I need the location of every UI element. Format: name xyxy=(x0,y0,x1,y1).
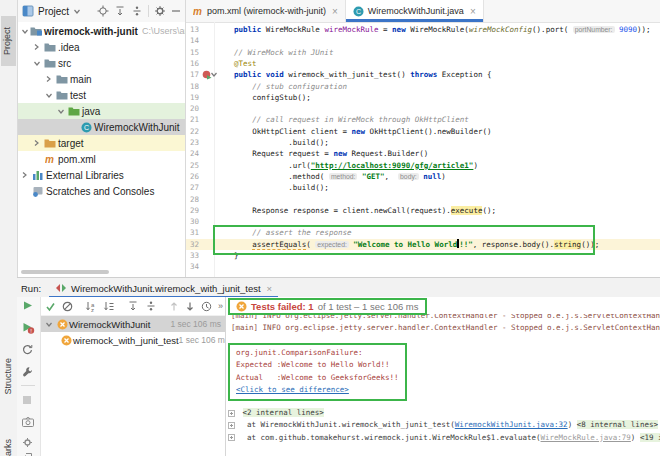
code-text: .build(); xyxy=(216,182,329,193)
test-console[interactable]: Tests failed: 1 of 1 test – 1 sec 106 ms… xyxy=(225,297,660,456)
tree-item-idea[interactable]: .idea xyxy=(18,39,185,55)
test-tree-item-wiremock-with-junit-test[interactable]: wiremock_with_junit_test1 sec 106 ms xyxy=(41,332,225,348)
fail-icon xyxy=(55,319,69,330)
tool-window-button-project[interactable]: Project xyxy=(1,16,16,66)
chevron-right-icon[interactable] xyxy=(45,74,55,85)
collapse-all-icon[interactable] xyxy=(145,300,157,312)
code-line-33: 33 } xyxy=(186,250,660,261)
maven-icon: m xyxy=(193,6,203,16)
stack-trace-line: <2 internal lines> xyxy=(228,407,660,419)
more-icon[interactable]: » xyxy=(218,301,225,311)
tree-item-main[interactable]: main xyxy=(18,71,185,87)
foldbox-icon[interactable] xyxy=(228,410,235,417)
tree-item-label: wiremock-with-junit xyxy=(44,26,138,37)
stack-frame-link[interactable]: WireMockRule.java:79 xyxy=(541,433,631,442)
tool-window-button-structure[interactable]: Structure xyxy=(2,358,15,395)
tree-item-scratches-and-consoles[interactable]: Scratches and Consoles xyxy=(18,183,185,199)
auto-test-icon[interactable] xyxy=(22,344,33,355)
stack-frame-link[interactable]: WiremockWithJunit.java:32 xyxy=(455,420,568,429)
close-icon[interactable]: × xyxy=(470,6,476,17)
tree-item-label: src xyxy=(58,58,71,69)
sort-time-icon[interactable] xyxy=(103,301,115,312)
foldbox-icon[interactable] xyxy=(228,434,235,441)
tree-item-target[interactable]: target xyxy=(18,135,185,151)
expand-all-icon[interactable] xyxy=(127,300,139,312)
annotation-green-box-status: Tests failed: 1 of 1 test – 1 sec 106 ms xyxy=(228,298,427,315)
tree-item-wiremockwithjunit[interactable]: CWiremockWithJunit xyxy=(18,119,185,135)
editor-tab-pom-xml-wiremock-with-junit[interactable]: mpom.xml (wiremock-with-junit)× xyxy=(186,0,346,22)
line-number: 15 xyxy=(186,47,199,58)
rerun-failed-icon[interactable]: ! xyxy=(22,322,35,334)
wrench-icon[interactable] xyxy=(22,366,33,377)
chevron-right-icon[interactable] xyxy=(21,170,31,181)
tree-item-src[interactable]: src xyxy=(18,55,185,71)
rerun-icon[interactable] xyxy=(22,300,33,311)
svg-text:C: C xyxy=(356,8,361,15)
tree-item-pom-xml[interactable]: mpom.xml xyxy=(18,151,185,167)
stop-icon[interactable] xyxy=(22,395,32,405)
camera-icon[interactable] xyxy=(22,417,34,427)
check-icon[interactable] xyxy=(45,301,56,312)
tree-item-external-libraries[interactable]: External Libraries xyxy=(18,167,185,183)
project-view-icon xyxy=(22,5,34,17)
chevron-down-icon[interactable] xyxy=(57,106,67,117)
chevron-right-icon[interactable] xyxy=(33,42,43,53)
tool-window-button-bookmarks[interactable]: Bookmarks xyxy=(2,424,15,456)
comparison-failure-line: org.junit.ComparisonFailure: xyxy=(236,347,399,359)
horizontal-scrollbar[interactable] xyxy=(21,270,109,274)
folder-icon xyxy=(55,90,69,100)
line-number: 13 xyxy=(186,24,199,35)
up-icon[interactable] xyxy=(169,301,179,312)
click-to-see-difference-link[interactable]: <Click to see difference> xyxy=(236,385,349,394)
exit-icon[interactable] xyxy=(22,452,33,456)
line-number: 23 xyxy=(186,137,199,148)
code-text: } xyxy=(216,250,239,261)
folder-icon xyxy=(43,58,57,68)
code-text: configStub(); xyxy=(216,92,311,103)
editor-tab-label: WiremockWithJunit.java xyxy=(368,6,464,16)
run-tab[interactable]: WiremockWithJunit.wiremock_with_junit_te… xyxy=(49,278,278,298)
tree-item-label: pom.xml xyxy=(58,154,96,165)
project-tree: wiremock-with-junitC:\Users\amiyaro\.ide… xyxy=(18,23,185,277)
gear-icon[interactable] xyxy=(154,5,166,17)
tree-item-java[interactable]: java xyxy=(18,103,185,119)
locate-icon[interactable] xyxy=(97,5,109,17)
gear2-icon[interactable] xyxy=(22,437,33,448)
history-icon[interactable] xyxy=(201,301,212,312)
test-tree-item-wiremockwithjunit[interactable]: WiremockWithJunit1 sec 106 ms xyxy=(41,316,225,332)
line-number: 22 xyxy=(186,126,199,137)
chevron-right-icon[interactable] xyxy=(33,138,43,149)
chevron-down-icon[interactable] xyxy=(45,319,55,330)
code-editor[interactable]: 13 public WireMockRule wireMockRule = ne… xyxy=(186,22,660,277)
project-panel: Project wiremock-with-junitC:\Users\amiy… xyxy=(18,0,185,277)
ignore-icon[interactable] xyxy=(62,301,73,312)
tree-item-test[interactable]: test xyxy=(18,87,185,103)
chevron-down-icon[interactable] xyxy=(33,58,43,69)
svg-text:m: m xyxy=(45,154,54,164)
code-line-32: 32 assertEquals( expected: "Welcome to H… xyxy=(186,239,660,250)
fail-icon xyxy=(59,335,73,346)
minus-icon[interactable] xyxy=(171,6,181,16)
line-number: 14 xyxy=(186,35,199,46)
editor-tab-wiremockwithjunit-java[interactable]: CWiremockWithJunit.java× xyxy=(346,0,484,22)
editor-area: mpom.xml (wiremock-with-junit)×CWiremock… xyxy=(185,0,660,277)
foldbox-icon[interactable] xyxy=(228,422,235,429)
chevron-down-icon[interactable] xyxy=(21,26,29,37)
sort-alpha-icon[interactable]: az xyxy=(85,301,97,312)
close-icon[interactable]: × xyxy=(332,6,338,17)
line-number: 32 xyxy=(186,239,199,250)
chevron-down-icon[interactable] xyxy=(45,90,55,101)
tree-item-label: main xyxy=(70,74,92,85)
close-icon[interactable]: × xyxy=(267,283,273,294)
tree-item-wiremock-with-junit[interactable]: wiremock-with-junitC:\Users\amiyaro\ xyxy=(18,23,185,39)
line-number: 18 xyxy=(186,81,199,92)
tree-item-label: Scratches and Consoles xyxy=(46,186,154,197)
code-line-24: 24 Request request = new Request.Builder… xyxy=(186,148,660,159)
code-text: // WireMock with JUnit xyxy=(216,47,333,58)
svg-text:z: z xyxy=(91,307,94,312)
chevron-down-icon[interactable] xyxy=(73,8,81,15)
code-text: Request request = new Request.Builder() xyxy=(216,148,428,159)
down-icon[interactable] xyxy=(185,301,195,312)
expand-all-icon[interactable] xyxy=(114,5,126,17)
collapse-all-icon[interactable] xyxy=(131,5,143,17)
